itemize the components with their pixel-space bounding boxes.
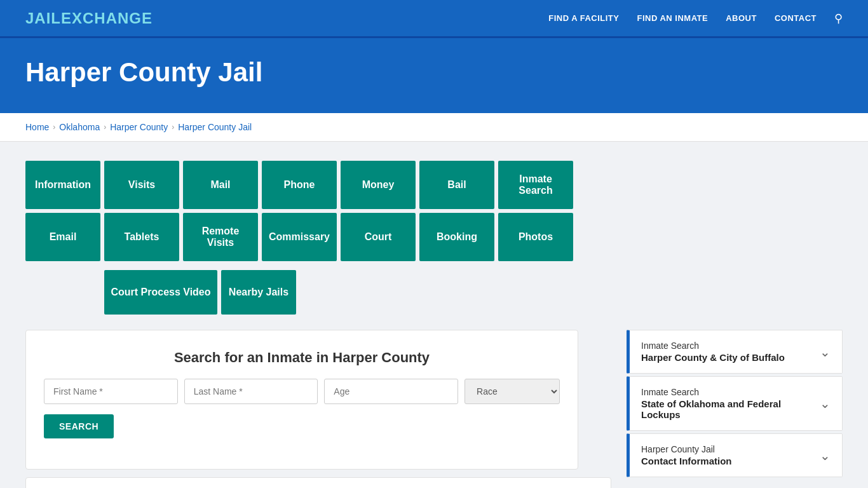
tile-court-process-video[interactable]: Court Process Video	[104, 270, 217, 315]
last-name-input[interactable]	[184, 379, 318, 404]
tile-phone[interactable]: Phone	[262, 161, 337, 209]
tile-commissary[interactable]: Commissary	[262, 213, 337, 261]
main-nav: FIND A FACILITY FIND AN INMATE ABOUT CON…	[548, 11, 843, 25]
breadcrumb-harper-county-jail[interactable]: Harper County Jail	[178, 122, 252, 132]
tile-information[interactable]: Information	[25, 161, 100, 209]
first-name-input[interactable]	[44, 379, 178, 404]
tile-tablets[interactable]: Tablets	[104, 213, 179, 261]
breadcrumb-harper-county[interactable]: Harper County	[110, 122, 168, 132]
search-box-title: Search for an Inmate in Harper County	[44, 349, 560, 366]
tile-mail[interactable]: Mail	[183, 161, 258, 209]
race-select[interactable]: Race White Black Hispanic Asian Other	[465, 379, 560, 404]
search-fields: Race White Black Hispanic Asian Other	[44, 379, 560, 404]
search-button[interactable]: SEARCH	[44, 414, 114, 438]
breadcrumb-home[interactable]: Home	[25, 122, 49, 132]
sidebar-item-title-2: Inmate Search	[641, 387, 820, 397]
sidebar-item-subtitle-2: State of Oklahoma and Federal Lockups	[641, 398, 820, 420]
nav-about[interactable]: ABOUT	[726, 13, 757, 23]
hero-section: Harper County Jail	[0, 38, 868, 113]
sidebar-item-title-1: Inmate Search	[641, 341, 785, 351]
tile-grid: Information Visits Mail Phone Money Bail…	[25, 161, 578, 261]
tile-photos[interactable]: Photos	[498, 213, 573, 261]
inmate-search-box: Search for an Inmate in Harper County Ra…	[25, 330, 578, 470]
tile-nearby-jails[interactable]: Nearby Jails	[221, 270, 296, 315]
breadcrumb-sep-2: ›	[104, 123, 106, 132]
nav-contact[interactable]: CONTACT	[775, 13, 817, 23]
nav-find-facility[interactable]: FIND A FACILITY	[548, 13, 619, 23]
tile-email[interactable]: Email	[25, 213, 100, 261]
tile-court[interactable]: Court	[341, 213, 416, 261]
tile-visits[interactable]: Visits	[104, 161, 179, 209]
nav-find-inmate[interactable]: FIND AN INMATE	[637, 13, 708, 23]
breadcrumb: Home › Oklahoma › Harper County › Harper…	[25, 122, 843, 132]
sidebar-item-subtitle-1: Harper County & City of Buffalo	[641, 352, 785, 363]
breadcrumb-sep-3: ›	[172, 123, 174, 132]
sidebar-item-inmate-search-harper[interactable]: Inmate Search Harper County & City of Bu…	[627, 330, 843, 374]
chevron-down-icon-2: ⌄	[820, 396, 831, 411]
tile-money[interactable]: Money	[341, 161, 416, 209]
sidebar: Inmate Search Harper County & City of Bu…	[627, 330, 843, 480]
breadcrumb-oklahoma[interactable]: Oklahoma	[59, 122, 100, 132]
sidebar-item-subtitle-3: Contact Information	[641, 456, 732, 466]
breadcrumb-sep-1: ›	[53, 123, 55, 132]
site-header: JAILEXCHANGE FIND A FACILITY FIND AN INM…	[0, 0, 868, 38]
site-logo[interactable]: JAILEXCHANGE	[25, 10, 153, 27]
chevron-down-icon-3: ⌄	[820, 448, 831, 463]
logo-jail: JAIL	[25, 10, 61, 27]
age-input[interactable]	[324, 379, 458, 404]
left-column: Search for an Inmate in Harper County Ra…	[25, 330, 611, 488]
info-section: Harper County Jail Information	[25, 477, 611, 488]
content-columns: Search for an Inmate in Harper County Ra…	[25, 330, 843, 488]
sidebar-item-contact-info[interactable]: Harper County Jail Contact Information ⌄	[627, 433, 843, 477]
main-content: Information Visits Mail Phone Money Bail…	[0, 142, 868, 488]
header-search-button[interactable]: ⚲	[834, 11, 843, 25]
tile-bail[interactable]: Bail	[419, 161, 494, 209]
page-title: Harper County Jail	[25, 57, 843, 88]
tile-booking[interactable]: Booking	[419, 213, 494, 261]
logo-exchange: EXCHANGE	[61, 10, 153, 27]
tile-inmate-search[interactable]: Inmate Search	[498, 161, 573, 209]
tile-remote-visits[interactable]: Remote Visits	[183, 213, 258, 261]
sidebar-item-title-3: Harper County Jail	[641, 444, 732, 454]
chevron-down-icon-1: ⌄	[820, 344, 831, 360]
sidebar-item-inmate-search-oklahoma[interactable]: Inmate Search State of Oklahoma and Fede…	[627, 376, 843, 431]
breadcrumb-bar: Home › Oklahoma › Harper County › Harper…	[0, 113, 868, 142]
